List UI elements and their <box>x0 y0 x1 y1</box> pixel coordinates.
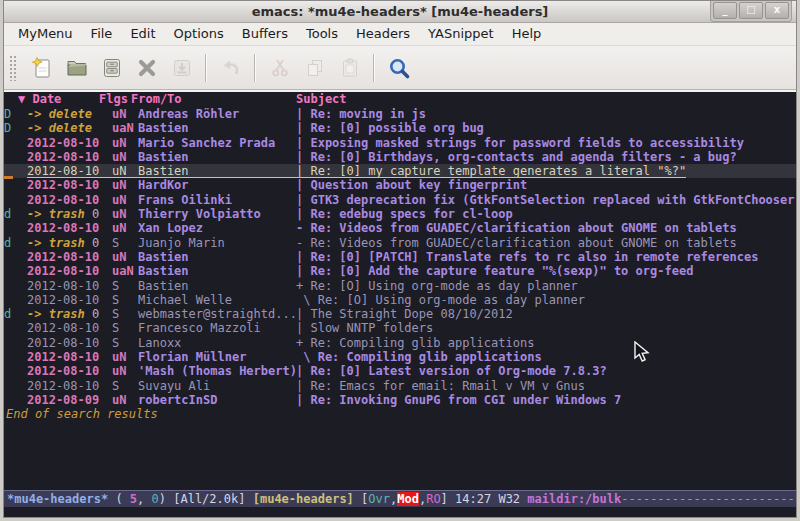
subject-cell: | Re: [0] Add the capture feature "%(sex… <box>296 264 797 278</box>
message-row[interactable]: D-> deleteuaNBastien| Re: [0] possible o… <box>3 121 797 135</box>
from-cell: Francesco Mazzoli <box>138 321 296 335</box>
flags-cell: S <box>112 236 138 250</box>
search-icon[interactable] <box>386 55 412 81</box>
flags-cell: uN <box>112 207 138 221</box>
dired-icon[interactable] <box>99 55 125 81</box>
mark-char <box>4 193 27 207</box>
date-cell: -> trash 0 <box>27 236 112 250</box>
message-row[interactable]: 2012-08-10SLanoxx+ Re: Compiling glib ap… <box>3 336 797 350</box>
mode-line[interactable]: *mu4e-headers* ( 5, 0) [All/2.0k] [mu4e-… <box>3 490 797 507</box>
message-row[interactable]: 2012-08-10uNHardKor| Question about key … <box>3 178 797 192</box>
mark-char <box>4 293 27 307</box>
toolbar-separator <box>205 54 207 82</box>
flags-cell: S <box>112 379 138 393</box>
message-row[interactable]: 2012-08-10uNFrans Oilinki| GTK3 deprecat… <box>3 193 797 207</box>
message-row[interactable]: 2012-08-10uNBastien| Re: [0] my capture … <box>3 164 797 178</box>
mark-char <box>4 136 27 150</box>
message-row[interactable]: 2012-08-10uNMario Sanchez Prada| Exposin… <box>3 136 797 150</box>
mark-target: -> delete <box>27 107 92 121</box>
message-row[interactable]: d-> trash 0SJuanjo Marin- Re: Videos fro… <box>3 236 797 250</box>
message-row[interactable]: 2012-08-10uaNBastien| Re: [0] Add the ca… <box>3 264 797 278</box>
mark-char <box>4 264 27 278</box>
new-file-icon[interactable] <box>29 55 55 81</box>
date-cell: 2012-08-10 <box>27 178 112 192</box>
message-row[interactable]: D-> deleteuNAndreas Röhler| Re: moving i… <box>3 107 797 121</box>
mark-char <box>4 321 27 335</box>
column-header-from[interactable]: From/To <box>131 92 182 107</box>
toolbar-separator <box>373 54 375 82</box>
mark-char <box>4 178 27 192</box>
message-row[interactable]: 2012-08-10SSuvayu Ali| Re: Emacs for ema… <box>3 379 797 393</box>
mark-target: -> delete <box>27 121 92 135</box>
column-header-flgs[interactable]: Flgs <box>99 92 128 107</box>
date-cell: 2012-08-10 <box>27 336 112 350</box>
menu-edit[interactable]: Edit <box>121 23 164 45</box>
message-row[interactable]: 2012-08-10uNXan Lopez- Re: Videos from G… <box>3 221 797 235</box>
date-cell: 2012-08-10 <box>27 164 112 177</box>
message-row[interactable]: 2012-08-10SBastien+ Re: [O] Using org-mo… <box>3 279 797 293</box>
subject-cell: | Re: [0] Latest version of Org-mode 7.8… <box>296 364 797 378</box>
mark-target: -> trash <box>27 236 85 250</box>
date-cell: 2012-08-10 <box>27 221 112 235</box>
close-button[interactable]: x <box>765 2 789 19</box>
subject-cell: | Re: Invoking GnuPG from CGI under Wind… <box>296 393 797 407</box>
flags-cell: uaN <box>112 264 138 278</box>
menu-yasnippet[interactable]: YASnippet <box>419 23 503 45</box>
flags-cell: uN <box>112 193 138 207</box>
toolbar-drag-handle[interactable] <box>9 55 18 81</box>
subject-cell: | Exposing masked strings for password f… <box>296 136 797 150</box>
message-row[interactable]: 2012-08-09uNrobertcInSD| Re: Invoking Gn… <box>3 393 797 407</box>
undo-icon <box>218 55 244 81</box>
menu-tools[interactable]: Tools <box>297 23 347 45</box>
subject-cell: | Re: [0] Birthdays, org-contacts and ag… <box>296 150 797 164</box>
subject-cell: \ Re: [O] Using org-mode as day planner <box>296 293 797 307</box>
menu-file[interactable]: File <box>82 23 122 45</box>
mark-char: D <box>4 107 27 121</box>
window-controls: _□x <box>710 1 792 22</box>
from-cell: Bastien <box>138 250 296 264</box>
menu-help[interactable]: Help <box>503 23 551 45</box>
from-cell: robertcInSD <box>138 393 296 407</box>
message-row[interactable]: 2012-08-10uNFlorian Müllner \ Re: Compil… <box>3 350 797 364</box>
cut-icon <box>267 55 293 81</box>
paste-icon <box>337 55 363 81</box>
flags-cell: uN <box>112 221 138 235</box>
subject-cell: + Re: Compiling glib applications <box>296 336 797 350</box>
mu4e-headers-buffer[interactable]: ▼ DateFlgsFrom/ToSubject D-> deleteuNAnd… <box>3 90 797 490</box>
open-folder-icon[interactable] <box>64 55 90 81</box>
message-list: D-> deleteuNAndreas Röhler| Re: moving i… <box>3 107 797 407</box>
message-row[interactable]: d-> trash 0Swebmaster@straightd...| The … <box>3 307 797 321</box>
message-row[interactable]: 2012-08-10uNBastien| Re: [0] [PATCH] Tra… <box>3 250 797 264</box>
date-cell: -> trash 0 <box>27 207 112 221</box>
column-header-date[interactable]: ▼ Date <box>18 92 61 107</box>
from-cell: Bastien <box>138 264 296 278</box>
menu-bar: MyMenuFileEditOptionsBuffersToolsHeaders… <box>3 23 797 46</box>
from-cell: webmaster@straightd... <box>138 307 296 321</box>
menu-mymenu[interactable]: MyMenu <box>9 23 82 45</box>
menu-options[interactable]: Options <box>165 23 233 45</box>
message-row[interactable]: 2012-08-10uN'Mash (Thomas Herbert)| Re: … <box>3 364 797 378</box>
from-cell: Frans Oilinki <box>138 193 296 207</box>
mark-target: -> trash <box>27 207 85 221</box>
subject-cell: | Re: [0] my capture template generates … <box>296 164 686 177</box>
close-buffer-icon[interactable] <box>134 55 160 81</box>
date-cell: -> delete <box>27 121 112 135</box>
date-cell: -> delete <box>27 107 112 121</box>
date-cell: 2012-08-10 <box>27 193 112 207</box>
menu-buffers[interactable]: Buffers <box>233 23 297 45</box>
mark-char: d <box>4 207 27 221</box>
message-row[interactable]: 2012-08-10SMichael Welle \ Re: [O] Using… <box>3 293 797 307</box>
minimize-button[interactable]: _ <box>713 2 737 19</box>
message-row[interactable]: d-> trash 0uNThierry Volpiatto| Re: edeb… <box>3 207 797 221</box>
mark-target: -> trash <box>27 307 85 321</box>
flags-cell: S <box>112 307 138 321</box>
menu-headers[interactable]: Headers <box>347 23 419 45</box>
column-header-subject[interactable]: Subject <box>296 92 347 107</box>
flags-cell: S <box>112 293 138 307</box>
tool-bar <box>3 46 797 90</box>
maximize-button[interactable]: □ <box>739 2 763 19</box>
message-row[interactable]: 2012-08-10SFrancesco Mazzoli| Slow NNTP … <box>3 321 797 335</box>
message-row[interactable]: 2012-08-10uNBastien| Re: [0] Birthdays, … <box>3 150 797 164</box>
echo-area <box>3 507 797 520</box>
subject-cell: | Re: moving in js <box>296 107 797 121</box>
